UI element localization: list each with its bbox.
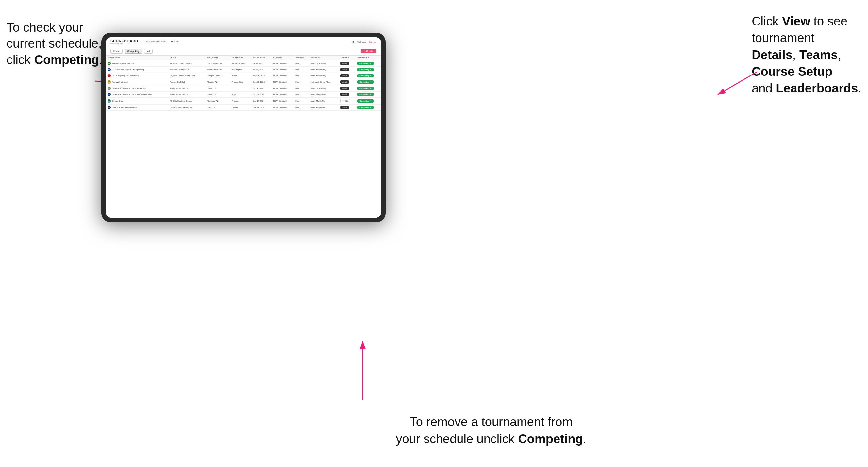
tournaments-table: EVENT NAME VENUE CITY, STATE HOSTED BY S… — [106, 56, 381, 111]
view-button[interactable]: View ℹ — [340, 93, 349, 96]
gender-cell: Men — [294, 73, 309, 79]
tab-competing[interactable]: Competing — [125, 49, 143, 54]
competing-cell: Competing ✓ — [355, 67, 381, 73]
division-cell: NCAA Division I — [272, 79, 294, 85]
competing-cell: Competing ✓ — [355, 85, 381, 92]
competing-button[interactable]: Competing ✓ — [357, 68, 373, 71]
table-row: H John A. Burns Intercollegiate Ocean Co… — [106, 104, 381, 111]
venue-cell: Ocean Course At Hokuala — [168, 104, 205, 111]
team-logo: A — [107, 99, 111, 103]
sub-header: Home Competing All + Create — [106, 47, 381, 56]
tab-all[interactable]: All — [144, 49, 153, 54]
team-logo: M — [107, 62, 111, 65]
col-scoring: SCORING — [309, 56, 339, 60]
hosted-by-cell: Illinois — [230, 73, 251, 79]
competing-cell: Competing ✓ — [355, 104, 381, 111]
nav-teams[interactable]: TEAMS — [170, 39, 180, 44]
create-button[interactable]: + Create — [361, 49, 376, 53]
event-name: Jackson T. Stephens Cup – Men's Match Pl… — [112, 93, 152, 95]
annotation-top-left: To check your current schedule, click Co… — [6, 20, 102, 68]
nav-links: TOURNAMENTS TEAMS — [146, 39, 179, 44]
division-cell: NCAA Division I — [272, 104, 294, 111]
sign-out-link[interactable]: Sign out — [369, 41, 376, 43]
city-state-cell: Grand Haven, MI — [205, 60, 230, 67]
event-name-cell: A Papago Individual — [106, 79, 168, 85]
venue-cell: Papago Golf Club — [168, 79, 205, 85]
view-button[interactable]: View ℹ — [340, 62, 349, 65]
col-actions: ACTIONS — [339, 56, 355, 60]
event-name-cell: JS Jackson T. Stephens Cup – Stroke Play — [106, 85, 168, 92]
competing-cell: Competing ✓ — [355, 92, 381, 98]
venue-cell: American Dunes Golf Club — [168, 60, 205, 67]
gender-cell: Men — [294, 60, 309, 67]
nav-tournaments[interactable]: TOURNAMENTS — [146, 39, 166, 44]
team-logo: JS — [107, 87, 111, 90]
scoring-cell: team, Match Play — [309, 98, 339, 104]
city-state-cell: Maricopa, AZ — [205, 98, 230, 104]
hosted-by-cell: Michigan State — [230, 60, 251, 67]
col-city-state: CITY, STATE — [205, 56, 230, 60]
edit-button[interactable]: ✏ Edit — [340, 99, 350, 103]
competing-button[interactable]: Competing ✓ — [357, 81, 373, 84]
gender-cell: Men — [294, 67, 309, 73]
view-button[interactable]: View ℹ — [340, 106, 349, 109]
scoring-cell: team, Stroke Play — [309, 73, 339, 79]
start-date-cell: Sep 15, 2023 — [251, 73, 272, 79]
city-state-cell: Olympia Fields, IL — [205, 73, 230, 79]
view-button[interactable]: View ℹ — [340, 74, 349, 77]
col-competing: COMPETING — [355, 56, 381, 60]
start-date-cell: Sep 18, 2023 — [251, 79, 272, 85]
competing-button[interactable]: Competing ✓ — [357, 62, 373, 65]
view-button[interactable]: View ℹ — [340, 87, 349, 90]
event-name: Copper Cup — [112, 100, 123, 102]
venue-cell: Olympia Fields Country Club — [168, 73, 205, 79]
table-row: JS Jackson T. Stephens Cup – Men's Match… — [106, 92, 381, 98]
start-date-cell: Sep 9, 2023 — [251, 67, 272, 73]
city-state-cell: Lihue, HI — [205, 104, 230, 111]
event-name-cell: M Folds of Honor Collegiate — [106, 60, 168, 67]
event-name-cell: JS Jackson T. Stephens Cup – Men's Match… — [106, 92, 168, 98]
view-button[interactable]: View ℹ — [340, 81, 349, 84]
gender-cell: Men — [294, 92, 309, 98]
competing-button[interactable]: Competing ✓ — [357, 87, 373, 90]
hosted-by-cell: Arizona State — [230, 79, 251, 85]
hosted-by-cell: ABAC — [230, 92, 251, 98]
event-name: Jackson T. Stephens Cup – Stroke Play — [112, 87, 147, 89]
actions-cell: View ℹ — [339, 60, 355, 67]
user-icon: 👤 — [352, 41, 354, 43]
gender-cell: Men — [294, 98, 309, 104]
scoring-cell: team, Stroke Play — [309, 67, 339, 73]
venue-cell: Trinity Forest Golf Club — [168, 92, 205, 98]
table-row: W 2023 Sahalee Players Championship Saha… — [106, 67, 381, 73]
competing-button[interactable]: Competing ✓ — [357, 106, 373, 109]
hosted-by-cell — [230, 85, 251, 92]
user-name: Test User — [357, 41, 366, 43]
scoring-cell: team, Match Play — [309, 92, 339, 98]
team-logo: H — [107, 106, 111, 109]
event-name: 2023 Sahalee Players Championship — [112, 69, 145, 71]
event-name-cell: I OFCC Fighting Illini Invitational — [106, 73, 168, 79]
logo-area: SCOREBOARD Powered by clippi — [111, 39, 138, 45]
city-state-cell: Dallas, TX — [205, 85, 230, 92]
tab-home[interactable]: Home — [111, 49, 123, 54]
scoring-cell: team, Stroke Play — [309, 85, 339, 92]
venue-cell: Trinity Forest Golf Club — [168, 85, 205, 92]
actions-cell: View ℹ — [339, 104, 355, 111]
view-button[interactable]: View ℹ — [340, 68, 349, 71]
table-body: M Folds of Honor Collegiate American Dun… — [106, 60, 381, 111]
actions-cell: View ℹ — [339, 85, 355, 92]
col-start-date: START DATE — [251, 56, 272, 60]
event-name: OFCC Fighting Illini Invitational — [112, 75, 139, 77]
competing-button[interactable]: Competing ✓ — [357, 93, 373, 96]
header-right: 👤 Test User Sign out — [352, 41, 376, 43]
table-row: A Copper Cup Ak-Chin Southern Dunes Mari… — [106, 98, 381, 104]
hosted-by-cell: Washington — [230, 67, 251, 73]
division-cell: NCAA Division I — [272, 73, 294, 79]
event-name-cell: A Copper Cup — [106, 98, 168, 104]
competing-button[interactable]: Competing ✓ — [357, 74, 373, 77]
start-date-cell: Jan 14, 2024 — [251, 98, 272, 104]
hosted-by-cell: Arizona — [230, 98, 251, 104]
competing-button[interactable]: Competing ✓ — [357, 99, 373, 103]
actions-cell: View ℹ — [339, 79, 355, 85]
event-name: Folds of Honor Collegiate — [112, 62, 134, 64]
